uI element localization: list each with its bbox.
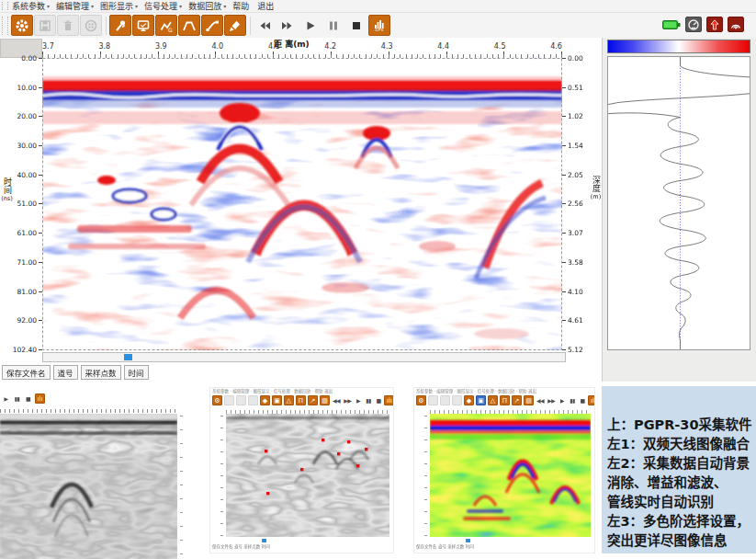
edit-clear-button[interactable] [224,15,246,36]
menu-item[interactable]: 编辑管理▾ [56,0,94,12]
horizontal-scrollbar[interactable] [42,352,566,362]
menu-item-label: 信号处理 [144,0,177,12]
x-tick-label: 4.6 [550,42,562,51]
mini-toolbar-icon: ◆ [464,395,474,405]
menu-bar: 系统参数▾ 编辑管理▾ 图形显示▾ 信号处理▾ 数据回放▾ 帮助 退出 [0,0,756,13]
x-tick-label: 3.8 [98,42,110,51]
depth-tick-label: 0.00 [568,54,583,63]
monitor-icon [136,18,151,33]
toolbar-separator [106,17,107,35]
gain-button[interactable]: G [155,15,177,36]
tick-mark [562,175,566,176]
caption-line: 左2：采集数据自动背景 [607,454,753,473]
gear-icon [15,18,29,33]
gain-curve-button[interactable] [201,15,223,36]
mini-menu-bar: 系统参数 · 编辑管理 · 图形显示 · 信号处理 · 数据回放 · 帮助 退出 [210,388,393,394]
upload-button[interactable] [706,17,723,32]
menu-caret-icon: ▾ [223,3,226,9]
radar-button[interactable] [728,17,744,32]
time-tick-label: 71.00 [17,258,37,267]
time-tick-label: 10.00 [17,84,37,92]
display-button[interactable] [132,15,154,36]
menu-item[interactable]: 图形显示▾ [100,0,138,12]
tick-mark [562,87,566,88]
scrollbar-thumb[interactable] [124,354,132,360]
filter-button[interactable] [178,15,200,36]
fast-forward-button[interactable] [276,15,299,36]
time-tick: 40.00 [17,171,42,179]
time-tick-label: 102.40 [13,346,37,354]
mini-menu-bar: 系统参数 · 编辑管理 · 图形显示 · 信号处理 · 数据回放 · 帮助 退出 [414,388,594,394]
depth-tick: 3.58 [562,258,583,267]
time-tick-label: 61.00 [17,229,37,237]
time-tick-label: 30.00 [17,142,37,150]
window-button[interactable] [80,15,102,36]
menu-item[interactable]: 数据回放▾ [188,0,226,12]
mini-toolbar-icon: △ [488,395,498,405]
mini-scroll-thumb [466,539,470,542]
mini-toolbar-icon [428,395,438,405]
depth-tick-label: 4.10 [568,288,583,296]
mini-toolbar-icon: ■ [24,394,32,404]
depth-tick-label: 2.05 [568,171,583,179]
trace-plot [608,57,750,349]
mini-toolbar-icon: ▶ [558,395,566,405]
time-tick-label: 81.00 [17,288,37,296]
status-field: 采样点数 [81,365,121,380]
gps-button[interactable]: GPS [368,15,390,36]
mini-time-axis [414,414,429,537]
mini-time-axis [210,414,225,537]
mini-toolbar-icon: △ [284,395,294,405]
stop-button[interactable] [345,15,367,36]
menu-item-label: 编辑管理 [56,0,89,12]
caption-line: 突出更详尽图像信息 [607,531,753,551]
marker-pin-button[interactable] [109,15,131,36]
menu-item[interactable]: 退出 [257,0,276,12]
play-button[interactable] [299,15,322,36]
battery-icon [662,19,682,30]
depth-tick: 0.51 [562,84,583,92]
thumbnail-color-palette: 系统参数 · 编辑管理 · 图形显示 · 信号处理 · 数据回放 · 帮助 退出… [413,387,595,553]
pause-button[interactable] [322,15,344,36]
mini-toolbar-icon: ◆ [260,395,270,405]
rewind-button[interactable] [254,15,276,36]
caption-line: 上：PGPR-30采集软件 [607,416,753,435]
depth-tick-label: 1.54 [568,142,583,150]
caption-panel: 上：PGPR-30采集软件左1：双频天线图像融合左2：采集数据自动背景消除、增益… [602,386,756,553]
mini-toolbar-icon: ⚙ [212,395,222,405]
toolbar: G GPS [0,13,756,39]
mini-toolbar-icon: ⚙ [416,395,426,405]
gauge-button[interactable] [685,17,702,32]
radargram-image [42,58,562,350]
mini-toolbar-icon: ılı [588,395,595,405]
depth-tick: 2.56 [562,200,583,208]
depth-tick: 1.54 [562,142,583,150]
time-tick: 71.00 [17,258,42,267]
menu-item[interactable]: 系统参数▾ [12,0,50,12]
radargram-canvas[interactable] [42,58,562,350]
depth-tick-label: 3.07 [568,229,583,237]
menu-item[interactable]: 信号处理▾ [144,0,182,12]
depth-tick-labels: 0.000.511.021.542.052.563.073.584.104.61… [562,54,583,354]
stop-icon [349,18,364,33]
mini-radargram-markers [226,414,389,537]
depth-tick: 4.61 [562,316,583,325]
mini-toolbar-icon [452,395,462,405]
settings-button[interactable] [11,15,33,36]
thumbnail-auto-recognition: 系统参数 · 编辑管理 · 图形显示 · 信号处理 · 数据回放 · 帮助 退出… [209,387,394,553]
menu-caret-icon: ▾ [91,3,94,9]
toolbar-separator [250,17,251,35]
save-button[interactable] [34,15,56,36]
menu-item[interactable]: 帮助 [232,0,251,12]
mini-toolbar-icon [248,395,258,405]
pgpr-app-window: 系统参数▾ 编辑管理▾ 图形显示▾ 信号处理▾ 数据回放▾ 帮助 退出 [0,0,756,559]
mini-toolbar-icon: ▣ [272,395,282,405]
depth-tick-label: 2.56 [568,200,583,208]
depth-tick-label: 0.51 [568,84,583,92]
trash-icon [61,18,75,33]
depth-tick: 2.05 [562,171,583,179]
mini-toolbar-icon: ▶▶ [343,395,352,405]
menu-caret-icon: ▾ [179,3,182,9]
x-tick-label: 3.7 [42,42,54,51]
delete-button[interactable] [57,15,79,36]
